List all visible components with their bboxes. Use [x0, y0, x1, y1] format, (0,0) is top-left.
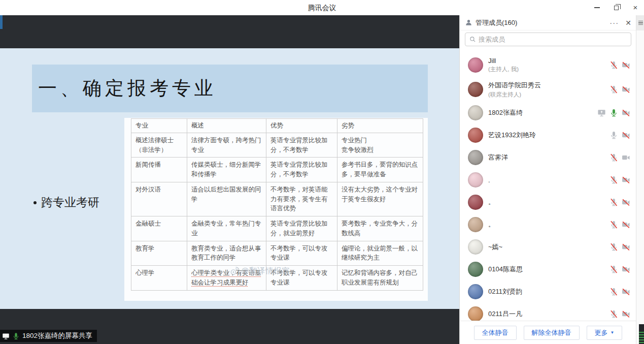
- mic-icon[interactable]: [609, 109, 618, 117]
- weibo-icon: [229, 266, 240, 276]
- camera-icon[interactable]: [622, 109, 630, 117]
- participant-row[interactable]: 0211吕一凡: [460, 303, 636, 321]
- mic-icon[interactable]: [609, 265, 618, 274]
- participant-row[interactable]: Jill (主持人, 我): [460, 53, 636, 77]
- table-cell: 偏理论，就业前景一般，以继续研究为主: [337, 241, 423, 266]
- participant-row[interactable]: 1802张嘉绮: [460, 102, 636, 124]
- unmute-all-button[interactable]: 解除全体静音: [524, 326, 580, 340]
- table-cell: 不考数学，对英语能力有要求，英专生有语言优势: [266, 182, 337, 216]
- slide-title-banner: 一、确定报考专业: [32, 65, 428, 112]
- screen-share-indicator: 1802张嘉绮的屏幕共享: [0, 330, 97, 342]
- mute-all-button[interactable]: 全体静音: [474, 326, 517, 340]
- table-cell: 金融类专业，常年热门专业: [187, 216, 266, 241]
- camera-icon[interactable]: [622, 310, 630, 319]
- mic-on-icon: [12, 332, 20, 340]
- restore-button[interactable]: [613, 4, 620, 11]
- tencent-meeting-window: 腾讯会议 × 一、确定报考专业 跨专业考研 专业: [0, 0, 644, 344]
- camera-icon[interactable]: [622, 288, 630, 296]
- avatar: [468, 262, 483, 277]
- participant-row[interactable]: .: [460, 169, 636, 191]
- table-cell: 英语专业背景比较加分，就业前景好: [266, 216, 337, 241]
- table-header-cell: 劣势: [337, 119, 423, 133]
- avatar: [468, 217, 483, 232]
- table-cell: 对外汉语: [131, 182, 187, 216]
- participant-name: 。: [488, 220, 495, 229]
- participant-name: ~嫣~: [488, 242, 502, 252]
- mic-icon[interactable]: [609, 61, 618, 70]
- more-button[interactable]: 更多▼: [587, 326, 623, 340]
- table-row: 金融硕士金融类专业，常年热门专业英语专业背景比较加分，就业前景好要考数学，专业竞…: [131, 216, 423, 241]
- camera-icon[interactable]: [622, 198, 630, 207]
- participant-row[interactable]: 宫霁洋: [460, 146, 636, 169]
- table-cell: 要考数学，专业竞争大，分数线高: [337, 216, 423, 241]
- table-header-cell: 优势: [266, 119, 337, 133]
- table-row: 对外汉语适合以后想出国发展的同学不考数学，对英语能力有要求，英专生有语言优势没有…: [131, 182, 423, 216]
- avatar: [468, 82, 483, 97]
- participant-row[interactable]: 0211刘贤韵: [460, 280, 636, 303]
- camera-icon[interactable]: [622, 243, 630, 252]
- participant-name: Jill: [488, 57, 519, 65]
- participant-name: 0104陈嘉思: [488, 265, 523, 274]
- participant-row[interactable]: 外国语学院田秀云 (联席主持人): [460, 77, 636, 102]
- table-row: 教育学教育类专业，适合想从事教育工作的同学不考数学，可以专攻专业课偏理论，就业前…: [131, 241, 423, 266]
- participant-row[interactable]: 0104陈嘉思: [460, 258, 636, 280]
- participant-role: (主持人, 我): [488, 66, 519, 73]
- mic-icon[interactable]: [609, 243, 618, 252]
- avatar: [468, 306, 483, 321]
- mic-icon[interactable]: [609, 176, 618, 184]
- camera-icon[interactable]: [622, 265, 630, 274]
- slide-bullet: 跨专业考研: [33, 195, 99, 210]
- hamburger-menu-icon[interactable]: [636, 15, 644, 30]
- camera-icon[interactable]: [622, 61, 630, 70]
- member-search-input[interactable]: [479, 36, 627, 43]
- panel-close-icon[interactable]: ✕: [625, 19, 631, 27]
- titlebar: 腾讯会议 ×: [0, 0, 644, 15]
- members-panel-footer: 全体静音 解除全体静音 更多▼: [460, 321, 636, 344]
- mic-icon[interactable]: [609, 131, 618, 140]
- chevron-down-icon: ▼: [611, 331, 615, 335]
- shared-screen-edge-artifact: [0, 15, 3, 29]
- minimize-button[interactable]: [593, 4, 600, 11]
- search-icon: [469, 36, 476, 43]
- mic-icon[interactable]: [609, 198, 618, 207]
- participant-row[interactable]: 。: [460, 191, 636, 213]
- avatar: [468, 128, 483, 143]
- member-search-box[interactable]: [465, 33, 631, 46]
- participant-name: 0211吕一凡: [488, 309, 522, 319]
- camera-icon[interactable]: [622, 153, 630, 162]
- camera-icon[interactable]: [622, 131, 630, 140]
- table-row: 新闻传播传媒类硕士，细分新闻学和传播学英语专业背景比较加分，不考数学参考书目多，…: [131, 158, 423, 182]
- table-cell: 专业热门 竞争较激烈: [337, 133, 423, 158]
- participant-row[interactable]: 。: [460, 213, 636, 236]
- audio-level-meter: [639, 324, 644, 344]
- table-header-row: 专业概述优势劣势: [131, 119, 423, 133]
- mic-icon[interactable]: [609, 85, 618, 94]
- camera-icon[interactable]: [622, 176, 630, 184]
- table-cell: 传媒类硕士，细分新闻学和传播学: [187, 158, 266, 182]
- mic-icon[interactable]: [609, 221, 618, 229]
- table-cell: 记忆和背诵内容多，对自己职业发展需有所规划: [337, 266, 423, 291]
- table-cell: 概述法律硕士 （非法学）: [131, 133, 187, 158]
- table-cell: 教育类专业，适合想从事教育工作的同学: [187, 241, 266, 266]
- members-panel-title: 管理成员(160): [476, 18, 517, 27]
- camera-icon[interactable]: [622, 85, 630, 94]
- mic-icon[interactable]: [609, 310, 618, 319]
- participant-list[interactable]: Jill (主持人, 我) 外国语学院田秀云 (联席主持人): [460, 53, 636, 321]
- watermark-text: @翻译情报官: [241, 266, 290, 276]
- table-cell: 教育学: [131, 241, 187, 266]
- participant-row[interactable]: 艺设1932刘艳玲: [460, 124, 636, 146]
- panel-edge-strip: [636, 15, 644, 344]
- participant-row[interactable]: ~嫣~: [460, 236, 636, 258]
- table-header-cell: 专业: [131, 119, 187, 133]
- close-window-button[interactable]: ×: [632, 4, 639, 11]
- avatar: [468, 172, 483, 187]
- members-panel: 管理成员(160) ··· ✕ Jill (主持人, 我): [459, 15, 636, 344]
- mic-icon[interactable]: [609, 288, 618, 296]
- avatar: [468, 195, 483, 210]
- mic-icon[interactable]: [609, 153, 618, 162]
- table-header-cell: 概述: [187, 119, 266, 133]
- participant-name: 1802张嘉绮: [488, 108, 523, 117]
- camera-icon[interactable]: [622, 221, 630, 229]
- avatar: [468, 150, 483, 165]
- panel-more-icon[interactable]: ···: [609, 20, 619, 25]
